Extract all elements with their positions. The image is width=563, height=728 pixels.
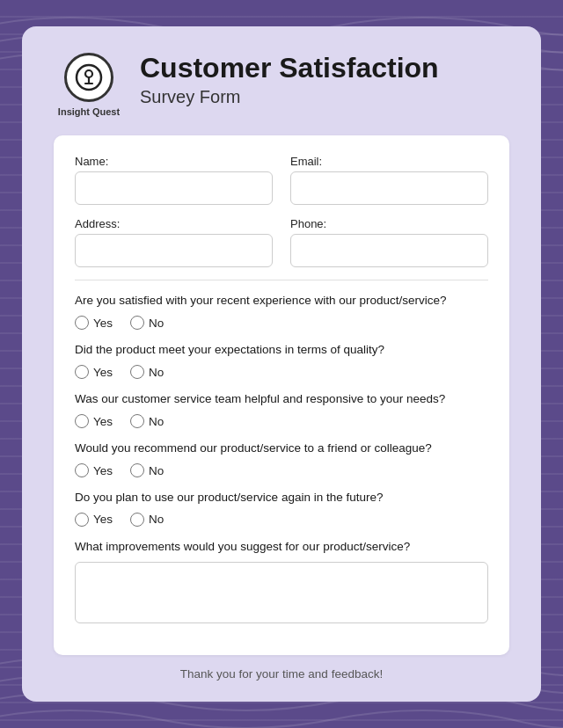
question-block-1: Are you satisfied with your recent exper… [75, 293, 488, 330]
email-input[interactable] [290, 171, 488, 205]
sub-title: Survey Form [140, 87, 509, 107]
question-1-no[interactable]: No [130, 316, 164, 330]
form-header: Insight Quest Customer Satisfaction Surv… [54, 53, 509, 118]
question-1-text: Are you satisfied with your recent exper… [75, 293, 488, 309]
name-email-row: Name: Email: [75, 155, 488, 205]
question-5-no[interactable]: No [130, 513, 164, 527]
email-field-group: Email: [290, 155, 488, 205]
question-2-yes-radio[interactable] [75, 365, 89, 379]
logo-area: Insight Quest [54, 53, 124, 118]
question-3-no[interactable]: No [130, 414, 164, 428]
question-5-yes[interactable]: Yes [75, 513, 113, 527]
name-label: Name: [75, 155, 273, 168]
improvements-label: What improvements would you suggest for … [75, 539, 488, 556]
phone-input[interactable] [290, 234, 488, 267]
question-3-yes[interactable]: Yes [75, 414, 113, 428]
address-field-group: Address: [75, 217, 273, 267]
svg-point-1 [85, 70, 92, 77]
name-input[interactable] [75, 171, 273, 205]
address-phone-row: Address: Phone: [75, 217, 488, 267]
question-2-yes[interactable]: Yes [75, 365, 113, 379]
question-4-text: Would you recommend our product/service … [75, 440, 488, 457]
question-4-yes-radio[interactable] [75, 463, 89, 477]
question-5-text: Do you plan to use our product/service a… [75, 490, 488, 506]
logo-icon [64, 53, 113, 102]
question-block-3: Was our customer service team helpful an… [75, 391, 488, 428]
thank-you-text: Thank you for your time and feedback! [54, 667, 509, 681]
address-input[interactable] [75, 234, 273, 267]
improvements-textarea[interactable] [75, 562, 488, 623]
question-5-options: Yes No [75, 513, 488, 527]
phone-field-group: Phone: [290, 217, 488, 267]
survey-form-container: Insight Quest Customer Satisfaction Surv… [22, 26, 541, 702]
question-5-yes-radio[interactable] [75, 513, 89, 527]
question-3-options: Yes No [75, 414, 488, 428]
question-block-2: Did the product meet your expectations i… [75, 342, 488, 379]
form-card: Name: Email: Address: Phone: Are you sat… [54, 135, 509, 654]
question-4-yes[interactable]: Yes [75, 463, 113, 477]
question-1-yes[interactable]: Yes [75, 316, 113, 330]
question-2-text: Did the product meet your expectations i… [75, 342, 488, 359]
question-1-no-radio[interactable] [130, 316, 144, 330]
question-5-no-radio[interactable] [130, 513, 144, 527]
question-3-yes-radio[interactable] [75, 414, 89, 428]
question-3-no-radio[interactable] [130, 414, 144, 428]
main-title: Customer Satisfaction [140, 53, 509, 84]
question-1-options: Yes No [75, 316, 488, 330]
improvements-block: What improvements would you suggest for … [75, 539, 488, 627]
title-area: Customer Satisfaction Survey Form [140, 53, 509, 107]
question-2-no-radio[interactable] [130, 365, 144, 379]
question-block-4: Would you recommend our product/service … [75, 440, 488, 477]
question-4-no[interactable]: No [130, 463, 164, 477]
question-4-options: Yes No [75, 463, 488, 477]
question-block-5: Do you plan to use our product/service a… [75, 490, 488, 527]
brand-name: Insight Quest [58, 106, 120, 118]
address-label: Address: [75, 217, 273, 230]
question-1-yes-radio[interactable] [75, 316, 89, 330]
question-4-no-radio[interactable] [130, 463, 144, 477]
phone-label: Phone: [290, 217, 488, 230]
question-2-options: Yes No [75, 365, 488, 379]
email-label: Email: [290, 155, 488, 168]
question-3-text: Was our customer service team helpful an… [75, 391, 488, 408]
name-field-group: Name: [75, 155, 273, 205]
divider [75, 280, 488, 280]
question-2-no[interactable]: No [130, 365, 164, 379]
